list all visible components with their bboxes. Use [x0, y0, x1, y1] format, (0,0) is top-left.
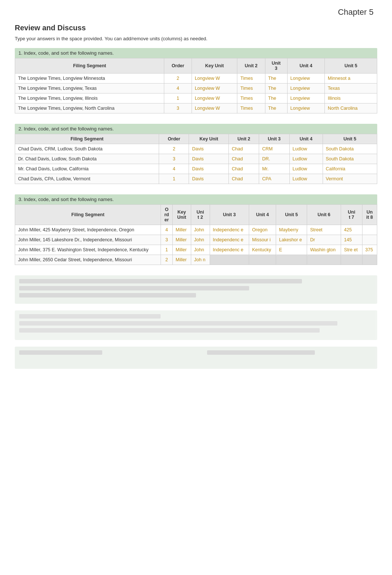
unit2-cell: John: [191, 245, 210, 255]
instructions: Type your answers in the space provided.…: [15, 36, 377, 41]
unit3-cell: DR.: [259, 154, 289, 164]
table-row: The Longview Times, Longview, North Caro…: [15, 103, 377, 113]
key-unit-cell: Miller: [172, 225, 191, 235]
table-row: The Longview Times, Longview, Illinois 1…: [15, 93, 377, 103]
order-cell: 4: [159, 164, 189, 174]
exercise-2-header: 2. Index, code, and sort the following n…: [15, 124, 377, 134]
blurred-row: [19, 321, 337, 326]
filing-segment: Chad Davis, CRM, Ludlow, South Dakota: [15, 144, 159, 154]
unit4-cell: Longview: [287, 93, 325, 103]
unit5-cell: South Dakota: [323, 154, 377, 164]
order-cell: 2: [164, 74, 192, 84]
order-cell: 1: [164, 93, 192, 103]
blurred-row: [19, 328, 320, 333]
table-row: Chad Davis, CPA, Ludlow, Vermont 1 Davis…: [15, 174, 377, 184]
blurred-row: [19, 314, 161, 319]
exercise-2-table: Filing Segment Order Key Unit Unit 2 Uni…: [15, 134, 377, 184]
col-unit3-3: Unit 3: [210, 205, 249, 225]
exercise-2: 2. Index, code, and sort the following n…: [15, 124, 377, 184]
exercise-3: 3. Index, code, and sort the following n…: [15, 194, 377, 265]
unit5-cell: Minnesot a: [325, 74, 377, 84]
unit2-cell: Joh n: [191, 255, 210, 265]
col-unit7-3: Unit 7: [341, 205, 362, 225]
unit2-cell: Times: [237, 84, 265, 93]
unit3-cell: Independenc e: [210, 225, 249, 235]
col-filing-1: Filing Segment: [15, 58, 164, 74]
col-order-2: Order: [159, 134, 189, 144]
blurred-cell: [362, 255, 377, 265]
table-row: John Miller, 2650 Cedar Street, Independ…: [15, 255, 377, 265]
filing-segment: John Miller, 425 Mayberry Street, Indepe…: [15, 225, 161, 235]
filing-segment: John Miller, 145 Lakeshore Dr., Independ…: [15, 235, 161, 245]
key-unit-cell: Davis: [189, 144, 229, 154]
col-unit5-3: Unit 5: [276, 205, 307, 225]
unit7-cell: Stre et: [341, 245, 362, 255]
unit2-cell: Times: [237, 103, 265, 113]
order-cell: 1: [161, 245, 172, 255]
filing-segment: Chad Davis, CPA, Ludlow, Vermont: [15, 174, 159, 184]
unit5-cell: E: [276, 245, 307, 255]
unit2-cell: Chad: [229, 154, 259, 164]
unit3-cell: The: [265, 93, 287, 103]
table-row: John Miller, 145 Lakeshore Dr., Independ…: [15, 235, 377, 245]
key-unit-cell: Longview W: [192, 93, 237, 103]
table-row: Dr. Chad Davis, Ludlow, South Dakota 3 D…: [15, 154, 377, 164]
exercise-3-table: Filing Segment O rd er KeyUnit Unit 2 Un…: [15, 204, 377, 265]
col-unit4-3: Unit 4: [249, 205, 276, 225]
blurred-cell: [249, 255, 276, 265]
col-filing-3: Filing Segment: [15, 205, 161, 225]
col-filing-2: Filing Segment: [15, 134, 159, 144]
blurred-cell: [276, 255, 307, 265]
order-cell: 3: [159, 154, 189, 164]
col-unit6-3: Unit 6: [307, 205, 341, 225]
unit5-cell: North Carolina: [325, 103, 377, 113]
table-row: John Miller, 425 Mayberry Street, Indepe…: [15, 225, 377, 235]
order-cell: 3: [161, 235, 172, 245]
col-unit2-2: Unit 2: [229, 134, 259, 144]
unit4-cell: Ludlow: [289, 144, 323, 154]
unit2-cell: Times: [237, 93, 265, 103]
unit5-cell: Texas: [325, 84, 377, 93]
blurred-row: [207, 350, 315, 355]
order-cell: 3: [164, 103, 192, 113]
unit5-cell: Illinois: [325, 93, 377, 103]
filing-segment: John Miller, 375 E. Washington Street, I…: [15, 245, 161, 255]
col-key-2: Key Unit: [189, 134, 229, 144]
col-unit3-1: Unit3: [265, 58, 287, 74]
unit2-cell: Chad: [229, 174, 259, 184]
key-unit-cell: Longview W: [192, 84, 237, 93]
unit2-cell: Chad: [229, 144, 259, 154]
unit6-cell: Street: [307, 225, 341, 235]
unit3-cell: The: [265, 84, 287, 93]
blurred-cell: [341, 255, 362, 265]
col-unit2-3: Unit 2: [191, 205, 210, 225]
col-unit5-1: Unit 5: [325, 58, 377, 74]
unit4-cell: Longview: [287, 103, 325, 113]
key-unit-cell: Longview W: [192, 74, 237, 84]
order-cell: 2: [159, 144, 189, 154]
unit3-cell: CRM: [259, 144, 289, 154]
unit4-cell: Kentucky: [249, 245, 276, 255]
table-row: John Miller, 375 E. Washington Street, I…: [15, 245, 377, 255]
unit2-cell: Times: [237, 74, 265, 84]
blurred-section-1: [15, 275, 377, 304]
section-title: Review and Discuss: [15, 24, 377, 32]
col-unit3-2: Unit 3: [259, 134, 289, 144]
order-cell: 1: [159, 174, 189, 184]
unit4-cell: Longview: [287, 74, 325, 84]
blurred-row: [19, 286, 249, 290]
col-unit5-2: Unit 5: [323, 134, 377, 144]
unit3-cell: Independenc e: [210, 235, 249, 245]
blurred-cell: [307, 255, 341, 265]
exercise-1: 1. Index, code, and sort the following n…: [15, 48, 377, 113]
unit4-cell: Missour i: [249, 235, 276, 245]
unit3-cell: The: [265, 74, 287, 84]
unit4-cell: Ludlow: [289, 174, 323, 184]
order-cell: 2: [161, 255, 172, 265]
chapter-title: Chapter 5: [15, 7, 377, 17]
filing-segment: Dr. Chad Davis, Ludlow, South Dakota: [15, 154, 159, 164]
unit2-cell: Chad: [229, 164, 259, 174]
exercise-3-header: 3. Index, code, and sort the following n…: [15, 194, 377, 204]
blurred-row: [19, 293, 196, 297]
unit4-cell: Ludlow: [289, 154, 323, 164]
